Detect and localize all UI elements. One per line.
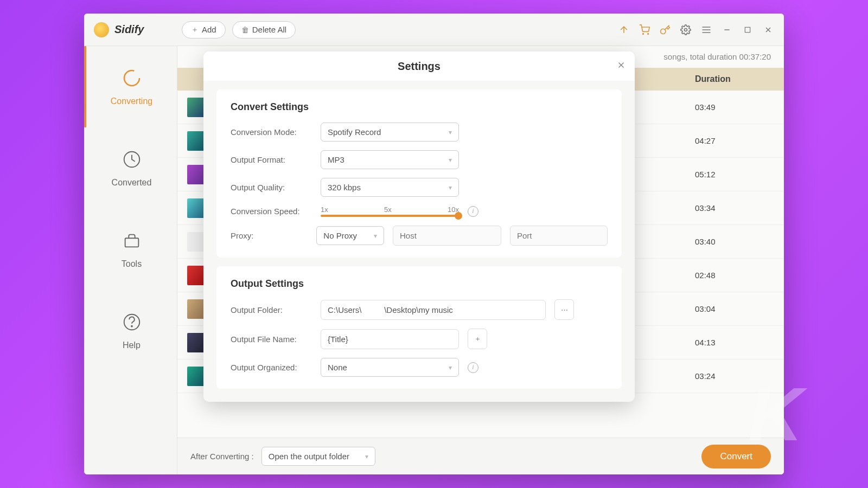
key-icon[interactable]	[659, 24, 671, 36]
svg-point-1	[648, 33, 649, 34]
cart-icon[interactable]	[639, 24, 650, 36]
svg-point-0	[643, 33, 644, 34]
add-button[interactable]: ＋ Add	[182, 21, 226, 38]
conversion-mode-select[interactable]: Spotify Record ▾	[321, 123, 459, 142]
tick-1x: 1x	[321, 206, 328, 214]
slider-thumb[interactable]	[455, 212, 462, 220]
modal-title: Settings	[398, 60, 441, 73]
convert-button[interactable]: Convert	[701, 445, 771, 468]
after-converting-label: After Converting :	[190, 452, 254, 461]
conversion-mode-value: Spotify Record	[328, 127, 381, 137]
duration-cell: 05:12	[695, 170, 771, 179]
info-icon[interactable]: i	[468, 206, 478, 217]
output-filename-label: Output File Name:	[231, 335, 312, 344]
sidebar: Converting Converted Tools Help	[84, 46, 177, 474]
sidebar-item-label: Converted	[112, 178, 152, 188]
svg-rect-7	[745, 27, 750, 32]
output-organized-label: Output Organized:	[231, 363, 312, 372]
output-settings-title: Output Settings	[231, 278, 608, 290]
trash-icon: 🗑	[241, 25, 249, 34]
output-organized-row: Output Organized: None ▾ i	[231, 358, 608, 377]
titlebar: Sidify ＋ Add 🗑 Delete All	[84, 14, 784, 46]
menu-icon[interactable]	[700, 24, 712, 36]
output-quality-row: Output Quality: 320 kbps ▾	[231, 178, 608, 197]
proxy-select[interactable]: No Proxy ▾	[316, 226, 384, 245]
tick-5x: 5x	[384, 206, 392, 214]
proxy-label: Proxy:	[231, 231, 308, 240]
proxy-value: No Proxy	[323, 231, 357, 240]
duration-cell: 03:40	[695, 237, 771, 246]
output-format-select[interactable]: MP3 ▾	[321, 150, 459, 169]
after-converting-select[interactable]: Open the output folder ▾	[261, 447, 375, 466]
chevron-down-icon: ▾	[374, 232, 377, 240]
proxy-port-input[interactable]	[510, 226, 608, 246]
output-quality-value: 320 kbps	[328, 183, 361, 192]
sidebar-item-help[interactable]: Help	[84, 290, 177, 371]
duration-cell: 03:04	[695, 304, 771, 313]
settings-modal: Settings Convert Settings Conversion Mod…	[203, 52, 635, 402]
chevron-down-icon: ▾	[449, 364, 452, 371]
minimize-icon[interactable]	[721, 24, 733, 36]
output-quality-select[interactable]: 320 kbps ▾	[321, 178, 459, 197]
modal-body: Convert Settings Conversion Mode: Spotif…	[203, 81, 635, 402]
output-filename-input[interactable]	[321, 329, 459, 349]
slider-ticks: 1x 5x 10x	[321, 206, 459, 214]
conversion-speed-label: Conversion Speed:	[231, 207, 312, 216]
duration-cell: 04:13	[695, 338, 771, 347]
chevron-down-icon: ▾	[449, 184, 452, 191]
output-settings-panel: Output Settings Output Folder: ⋯ Output …	[216, 266, 622, 389]
sidebar-item-tools[interactable]: Tools	[84, 209, 177, 290]
sidebar-item-converted[interactable]: Converted	[84, 127, 177, 209]
settings-icon[interactable]	[680, 24, 692, 36]
info-icon[interactable]: i	[468, 362, 478, 373]
output-format-row: Output Format: MP3 ▾	[231, 150, 608, 169]
convert-settings-panel: Convert Settings Conversion Mode: Spotif…	[216, 89, 622, 258]
conversion-speed-slider[interactable]: 1x 5x 10x	[321, 206, 459, 217]
sidebar-item-label: Tools	[122, 259, 142, 269]
output-format-value: MP3	[328, 155, 344, 164]
add-filename-token-button[interactable]: ＋	[468, 329, 487, 349]
convert-label: Convert	[720, 451, 752, 461]
duration-cell: 03:34	[695, 203, 771, 213]
chevron-down-icon: ▾	[449, 129, 452, 136]
chevron-down-icon: ▾	[449, 156, 452, 164]
output-filename-row: Output File Name: ＋	[231, 329, 608, 349]
duration-cell: 03:49	[695, 102, 771, 112]
output-folder-label: Output Folder:	[231, 305, 312, 314]
upgrade-icon[interactable]	[618, 24, 630, 36]
close-icon[interactable]	[762, 24, 774, 36]
chevron-down-icon: ▾	[365, 453, 368, 460]
delete-all-button[interactable]: 🗑 Delete All	[232, 21, 296, 38]
proxy-host-input[interactable]	[393, 226, 501, 246]
output-organized-select[interactable]: None ▾	[321, 358, 459, 377]
svg-point-2	[685, 28, 687, 31]
app-name: Sidify	[114, 23, 144, 36]
converting-icon	[121, 67, 143, 89]
logo-icon	[94, 22, 109, 37]
sidebar-item-label: Help	[123, 341, 141, 350]
titlebar-right	[618, 24, 774, 36]
toolbar: ＋ Add 🗑 Delete All	[182, 21, 296, 38]
convert-settings-title: Convert Settings	[231, 101, 608, 113]
converted-icon	[121, 149, 143, 170]
add-label: Add	[202, 25, 216, 34]
duration-cell: 03:24	[695, 371, 771, 381]
slider-track	[321, 215, 459, 217]
svg-rect-12	[125, 238, 138, 247]
app-logo: Sidify	[94, 22, 175, 37]
svg-point-14	[131, 326, 132, 327]
plus-icon: ＋	[191, 25, 199, 35]
browse-folder-button[interactable]: ⋯	[554, 299, 574, 320]
sidebar-item-label: Converting	[111, 97, 152, 106]
output-folder-input[interactable]	[321, 300, 546, 320]
help-icon	[121, 311, 143, 333]
modal-close-button[interactable]	[616, 60, 626, 70]
svg-point-10	[124, 70, 139, 86]
conversion-speed-row: Conversion Speed: 1x 5x 10x i	[231, 206, 608, 217]
sidebar-item-converting[interactable]: Converting	[84, 46, 177, 127]
maximize-icon[interactable]	[742, 24, 754, 36]
tools-icon	[121, 230, 143, 252]
conversion-mode-label: Conversion Mode:	[231, 127, 312, 137]
duration-cell: 04:27	[695, 136, 771, 145]
output-organized-value: None	[328, 363, 347, 372]
